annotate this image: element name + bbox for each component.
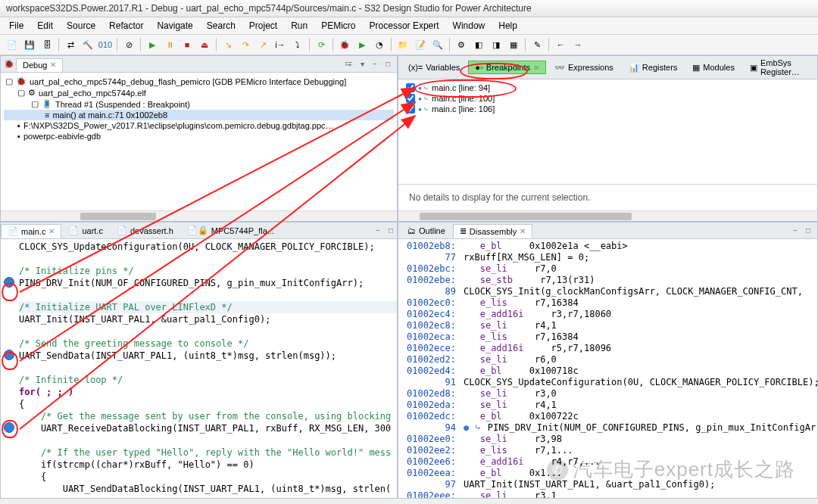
run-icon[interactable]: ▶ bbox=[354, 37, 370, 52]
binary-icon[interactable]: 010 bbox=[98, 37, 113, 52]
tab-embsys[interactable]: ▣ EmbSys Register… bbox=[743, 56, 814, 79]
disassembly-view: 🗂 Outline ≣ Disassembly ✕ −□ 01002eb8: e… bbox=[398, 222, 818, 499]
breakpoint-item[interactable]: ● ⤷main.c [line: 94] bbox=[403, 82, 813, 93]
breakpoint-item[interactable]: ● ⤷main.c [line: 106] bbox=[403, 104, 813, 114]
new-file-icon[interactable]: 📝 bbox=[413, 37, 428, 52]
new-proj-icon[interactable]: 📁 bbox=[395, 37, 411, 52]
menu-pemicro[interactable]: PEMicro bbox=[315, 19, 361, 33]
code-editor[interactable]: CLOCK_SYS_UpdateConfiguration(0U, CLOCK_… bbox=[1, 239, 397, 498]
disassembly-listing[interactable]: 01002eb8: e_bl 0x1002e1a <__eabi>77rxBuf… bbox=[398, 239, 817, 498]
menu-help[interactable]: Help bbox=[492, 19, 523, 33]
bp-checkbox[interactable] bbox=[406, 83, 415, 92]
action3-icon[interactable]: ▦ bbox=[506, 37, 521, 52]
resume-icon[interactable]: ▶ bbox=[145, 37, 160, 52]
minimize-icon[interactable]: − bbox=[369, 58, 381, 70]
bp-checkbox[interactable] bbox=[406, 94, 415, 103]
tab-devassert-h[interactable]: 📄 devassert.h bbox=[110, 223, 180, 238]
stop-icon[interactable]: ■ bbox=[180, 37, 195, 52]
window-title: workspaceS32DS.Power.2017.R1 - Debug - u… bbox=[0, 0, 818, 17]
breakpoint-details: No details to display for the current se… bbox=[398, 185, 817, 210]
horizontal-scrollbar[interactable] bbox=[1, 210, 397, 221]
menu-refactor[interactable]: Refactor bbox=[103, 19, 149, 33]
tab-variables[interactable]: (x)= Variables bbox=[401, 61, 467, 74]
tab-registers[interactable]: 📊 Registers bbox=[622, 61, 684, 75]
collapse-icon[interactable]: ⮓ bbox=[343, 58, 355, 70]
action2-icon[interactable]: ◨ bbox=[489, 37, 504, 52]
action1-icon[interactable]: ◧ bbox=[471, 37, 486, 52]
menu-file[interactable]: File bbox=[3, 19, 30, 33]
save-all-icon[interactable]: 🗄 bbox=[39, 37, 55, 52]
debug-view: 🐞 Debug ✕ ⮓ ▾ − □ ▢🐞uart_pal_echo_mpc574… bbox=[0, 55, 398, 222]
minimize-icon[interactable]: − bbox=[372, 225, 384, 237]
toolbar: 📄 💾 🗄 ⇄ 🔨 010 ⊘ ▶ ⏸ ■ ⏏ ↘ ↷ ↗ i→ ⤵ ⟳ 🐞 ▶… bbox=[0, 35, 818, 55]
step-over-icon[interactable]: ↷ bbox=[238, 37, 253, 52]
menu-source[interactable]: Source bbox=[61, 19, 101, 33]
disconnect-icon[interactable]: ⏏ bbox=[197, 37, 212, 52]
menubar: File Edit Source Refactor Navigate Searc… bbox=[0, 17, 818, 35]
tab-expressions[interactable]: 👓 Expressions bbox=[548, 61, 620, 75]
tab-debug[interactable]: Debug ✕ bbox=[16, 58, 63, 72]
tab-modules[interactable]: ▦ Modules bbox=[685, 61, 742, 75]
debug-tree[interactable]: ▢🐞uart_pal_echo_mpc5744p_debug_flash_pem… bbox=[1, 73, 397, 210]
menu-edit[interactable]: Edit bbox=[31, 19, 59, 33]
menu-window[interactable]: Window bbox=[447, 19, 492, 33]
instr-step-icon[interactable]: i→ bbox=[273, 37, 288, 52]
new-icon[interactable]: 📄 bbox=[5, 37, 20, 52]
menu-navigate[interactable]: Navigate bbox=[151, 19, 198, 33]
switch-icon[interactable]: ⇄ bbox=[63, 37, 78, 52]
tab-outline[interactable]: 🗂 Outline bbox=[401, 225, 451, 237]
tab-breakpoints[interactable]: ●◦ Breakpoints ✕ bbox=[468, 61, 546, 74]
close-icon[interactable]: ✕ bbox=[533, 64, 539, 72]
menu-run[interactable]: Run bbox=[285, 19, 314, 33]
bp-checkbox[interactable] bbox=[406, 104, 415, 114]
stack-frame-selected[interactable]: ≡main() at main.c:71 0x1002eb8 bbox=[4, 110, 394, 120]
debug-icon[interactable]: 🐞 bbox=[337, 37, 352, 52]
horizontal-scrollbar[interactable] bbox=[398, 210, 817, 221]
forward-icon[interactable]: → bbox=[570, 37, 585, 52]
debug-tab-icon: 🐞 bbox=[4, 59, 14, 69]
tab-disassembly[interactable]: ≣ Disassembly ✕ bbox=[453, 224, 532, 238]
restart-icon[interactable]: ⟳ bbox=[314, 37, 329, 52]
menu-project[interactable]: Project bbox=[243, 19, 283, 33]
breakpoint-item[interactable]: ● ⤷main.c [line: 100] bbox=[403, 93, 813, 104]
component-icon[interactable]: ⚙ bbox=[454, 37, 469, 52]
close-icon[interactable]: ✕ bbox=[50, 61, 56, 69]
maximize-icon[interactable]: □ bbox=[802, 225, 814, 237]
drop-frame-icon[interactable]: ⤵ bbox=[290, 37, 305, 52]
back-icon[interactable]: ← bbox=[553, 37, 568, 52]
maximize-icon[interactable]: □ bbox=[385, 225, 397, 237]
save-icon[interactable]: 💾 bbox=[22, 37, 37, 52]
editor-view: 📄 main.c ✕ 📄 uart.c 📄 devassert.h 📄🔒 MPC… bbox=[0, 222, 398, 499]
maximize-icon[interactable]: □ bbox=[382, 58, 394, 70]
open-type-icon[interactable]: 🔍 bbox=[430, 37, 445, 52]
tab-main-c[interactable]: 📄 main.c ✕ bbox=[1, 224, 61, 238]
pause-icon[interactable]: ⏸ bbox=[162, 37, 177, 52]
minimize-icon[interactable]: − bbox=[789, 225, 801, 237]
step-out-icon[interactable]: ↗ bbox=[255, 37, 270, 52]
menu-dropdown-icon[interactable]: ▾ bbox=[356, 58, 368, 70]
pencil-icon[interactable]: ✎ bbox=[529, 37, 545, 52]
profile-icon[interactable]: ◔ bbox=[372, 37, 387, 52]
breakpoints-view: (x)= Variables ●◦ Breakpoints ✕ 👓 Expres… bbox=[398, 55, 818, 222]
tab-mpc5744p[interactable]: 📄🔒 MPC5744P_fla... bbox=[180, 223, 281, 238]
menu-processor-expert[interactable]: Processor Expert bbox=[364, 19, 445, 33]
skip-bp-icon[interactable]: ⊘ bbox=[121, 37, 136, 52]
step-into-icon[interactable]: ↘ bbox=[220, 37, 236, 52]
menu-search[interactable]: Search bbox=[201, 19, 242, 33]
tab-uart-c[interactable]: 📄 uart.c bbox=[61, 223, 110, 238]
build-icon[interactable]: 🔨 bbox=[80, 37, 95, 52]
